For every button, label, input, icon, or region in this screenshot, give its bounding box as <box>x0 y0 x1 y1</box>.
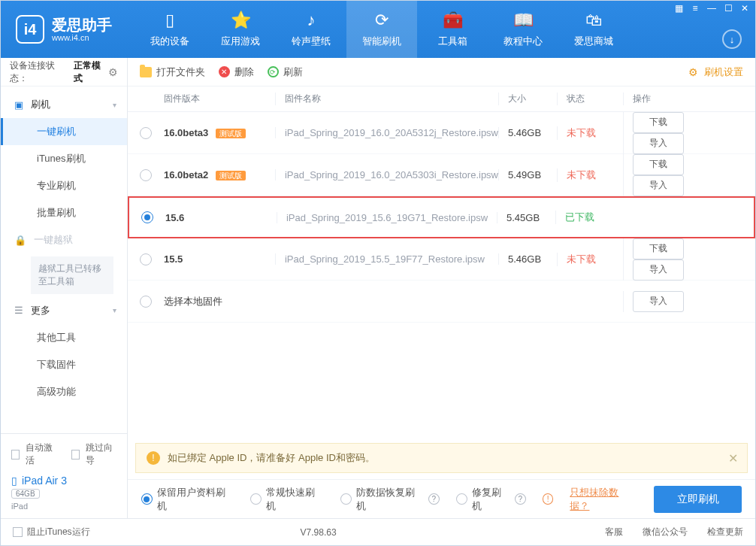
import-button[interactable]: 导入 <box>633 133 684 154</box>
row-radio[interactable] <box>140 127 152 139</box>
toolbar: 打开文件夹 ✕删除 ⟳刷新 ⚙刷机设置 <box>128 58 755 86</box>
firmware-row[interactable]: 16.0beta2 测试版iPad_Spring_2019_16.0_20A53… <box>128 154 755 196</box>
sidebar-item-oneclick[interactable]: 一键刷机 <box>1 118 127 145</box>
help-icon[interactable]: ? <box>428 493 440 505</box>
cell-status: 未下载 <box>557 253 623 266</box>
menu-icon[interactable]: ≡ <box>688 2 703 14</box>
row-radio[interactable] <box>140 169 152 181</box>
cell-local-label: 选择本地固件 <box>164 295 275 308</box>
close-icon[interactable]: ✕ <box>728 451 738 466</box>
cell-size: 5.46GB <box>498 127 557 138</box>
cell-status: 未下载 <box>557 168 623 182</box>
nav-tab-flash[interactable]: ⟳智能刷机 <box>346 1 417 58</box>
import-button[interactable]: 导入 <box>633 175 684 196</box>
sidebar-cat-flash[interactable]: ▣ 刷机 ▾ <box>1 91 127 118</box>
cell-filename: iPad_Spring_2019_15.5_19F77_Restore.ipsw <box>275 253 498 265</box>
delete-button[interactable]: ✕删除 <box>219 65 254 79</box>
chevron-down-icon: ▾ <box>113 306 116 314</box>
option-bar: 保留用户资料刷机 常规快速刷机 防数据恢复刷机? 修复刷机? ! 只想抹除数据？… <box>128 479 755 518</box>
table-header: 固件版本 固件名称 大小 状态 操作 <box>128 86 755 112</box>
cell-version: 16.0beta2 测试版 <box>164 169 275 181</box>
footer-link-update[interactable]: 检查更新 <box>707 526 743 538</box>
device-type: iPad <box>11 502 116 511</box>
refresh-button[interactable]: ⟳刷新 <box>268 65 303 79</box>
sidebar-item-download[interactable]: 下载固件 <box>1 351 127 378</box>
cell-ops: 下载导入 <box>623 154 743 196</box>
sidebar-item-batch[interactable]: 批量刷机 <box>1 199 127 226</box>
cell-version: 16.0beta3 测试版 <box>164 127 275 139</box>
opt-repair[interactable]: 修复刷机? <box>456 486 526 513</box>
cell-filename: iPad_Spring_2019_16.0_20A5303i_Restore.i… <box>275 169 498 180</box>
tablet-icon: ▯ <box>11 475 17 487</box>
local-firmware-row[interactable]: 选择本地固件导入 <box>128 281 755 323</box>
col-size: 大小 <box>498 93 557 105</box>
window-controls: ▦ ≡ — ☐ ✕ <box>671 2 752 14</box>
minimize-icon[interactable]: — <box>704 2 719 14</box>
close-icon[interactable]: ✕ <box>737 2 752 14</box>
toolbox-icon: 🧰 <box>443 11 463 30</box>
import-button[interactable]: 导入 <box>633 291 684 312</box>
skip-guide-checkbox[interactable] <box>71 450 80 460</box>
sidebar-item-advanced[interactable]: 高级功能 <box>1 378 127 405</box>
refresh-icon: ⟳ <box>375 11 389 30</box>
cell-size: 5.45GB <box>497 212 555 223</box>
download-button[interactable]: 下载 <box>633 154 684 175</box>
grid-icon[interactable]: ▦ <box>671 2 686 14</box>
sidebar-cat-more[interactable]: ☰ 更多 ▾ <box>1 297 127 324</box>
nav-tab-apps[interactable]: ⭐应用游戏 <box>205 1 276 58</box>
sidebar-bottom: 自动激活 跳过向导 ▯ iPad Air 3 64GB iPad <box>1 433 127 518</box>
book-icon: 📖 <box>513 11 534 30</box>
maximize-icon[interactable]: ☐ <box>721 2 736 14</box>
footer-link-wechat[interactable]: 微信公众号 <box>643 526 688 538</box>
footer-link-support[interactable]: 客服 <box>605 526 623 538</box>
nav-tabs: ▯我的设备 ⭐应用游戏 ♪铃声壁纸 ⟳智能刷机 🧰工具箱 📖教程中心 🛍爱思商城 <box>135 1 629 58</box>
nav-tab-mall[interactable]: 🛍爱思商城 <box>558 1 629 58</box>
chevron-down-icon: ▾ <box>113 101 116 109</box>
sidebar-item-other[interactable]: 其他工具 <box>1 324 127 351</box>
row-radio[interactable] <box>140 296 152 308</box>
open-folder-button[interactable]: 打开文件夹 <box>140 65 205 79</box>
opt-normal[interactable]: 常规快速刷机 <box>250 486 324 513</box>
download-button[interactable]: 下载 <box>633 112 684 133</box>
nav-tab-ringtone[interactable]: ♪铃声壁纸 <box>276 1 346 58</box>
opt-anti-recover[interactable]: 防数据恢复刷机? <box>340 486 439 513</box>
sidebar-item-pro[interactable]: 专业刷机 <box>1 172 127 199</box>
cell-filename: iPad_Spring_2019_15.6_19G71_Restore.ipsw <box>277 212 497 223</box>
firmware-row[interactable]: 15.6 iPad_Spring_2019_15.6_19G71_Restore… <box>128 196 755 238</box>
help-icon[interactable]: ! <box>543 493 554 505</box>
folder-icon <box>140 67 152 77</box>
app-header: i4 爱思助手 www.i4.cn ▯我的设备 ⭐应用游戏 ♪铃声壁纸 ⟳智能刷… <box>1 1 755 58</box>
music-icon: ♪ <box>307 11 316 30</box>
sidebar-cat-jailbreak[interactable]: 🔒 一键越狱 <box>1 226 127 253</box>
help-icon[interactable]: ? <box>515 493 526 505</box>
download-button[interactable]: 下载 <box>633 238 684 259</box>
gear-icon: ⚙ <box>688 66 700 77</box>
firmware-row[interactable]: 16.0beta3 测试版iPad_Spring_2019_16.0_20A53… <box>128 112 755 154</box>
apps-icon: ⭐ <box>231 11 251 30</box>
radio-icon <box>141 493 153 505</box>
cell-ops: 下载导入 <box>623 238 743 281</box>
auto-activate-checkbox[interactable] <box>11 450 20 460</box>
sidebar-jb-note: 越狱工具已转移至工具箱 <box>31 256 113 294</box>
nav-tab-device[interactable]: ▯我的设备 <box>135 1 205 58</box>
download-indicator-icon[interactable]: ↓ <box>722 29 742 49</box>
device-name[interactable]: ▯ iPad Air 3 <box>11 475 116 487</box>
import-button[interactable]: 导入 <box>633 259 684 281</box>
opt-keep-data[interactable]: 保留用户资料刷机 <box>141 486 234 513</box>
firmware-row[interactable]: 15.5 iPad_Spring_2019_15.5_19F77_Restore… <box>128 238 755 281</box>
flash-settings-button[interactable]: ⚙刷机设置 <box>688 65 743 79</box>
erase-link[interactable]: 只想抹除数据？ <box>570 486 637 513</box>
sidebar: 设备连接状态：正常模式 ⚙ ▣ 刷机 ▾ 一键刷机 iTunes刷机 专业刷机 … <box>1 58 128 518</box>
nav-tab-tools[interactable]: 🧰工具箱 <box>417 1 488 58</box>
cell-status: 未下载 <box>557 126 623 140</box>
row-radio[interactable] <box>140 253 152 265</box>
sidebar-item-itunes[interactable]: iTunes刷机 <box>1 145 127 172</box>
nav-tab-tutorial[interactable]: 📖教程中心 <box>488 1 558 58</box>
block-itunes-checkbox[interactable] <box>13 527 23 537</box>
radio-icon <box>250 493 262 505</box>
settings-icon[interactable]: ⚙ <box>108 66 118 78</box>
flash-now-button[interactable]: 立即刷机 <box>654 486 742 513</box>
radio-icon <box>456 493 467 505</box>
row-radio[interactable] <box>141 211 153 223</box>
col-version: 固件版本 <box>164 93 275 105</box>
